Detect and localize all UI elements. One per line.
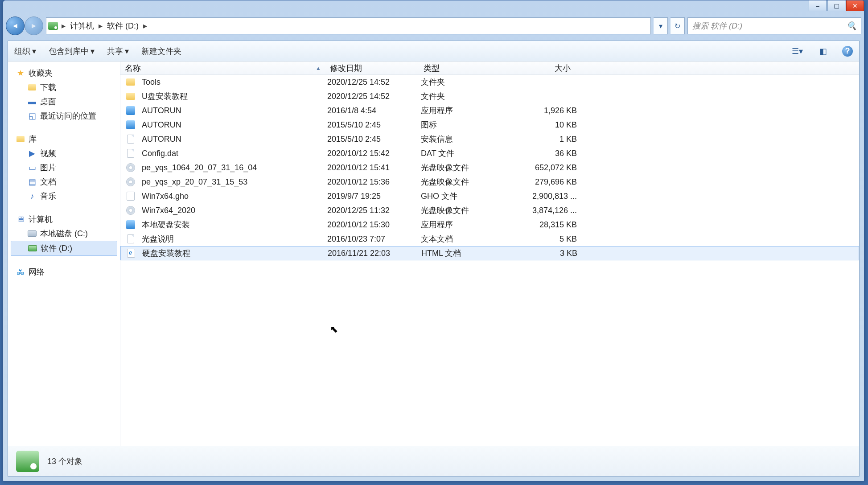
sidebar-libraries: 库 ▶视频 ▭图片 ▤文档 ♪音乐 [8,132,120,203]
pane-icon: ◧ [819,46,827,56]
sidebar-item-pictures[interactable]: ▭图片 [8,160,120,175]
help-button[interactable]: ? [842,46,853,57]
file-row[interactable]: pe_yqs_xp_20_07_31_15_532020/10/12 15:36… [120,175,859,189]
view-mode-button[interactable]: ☰ ▾ [790,45,804,58]
column-headers: 名称▲ 修改日期 类型 大小 [120,62,859,75]
file-name: pe_yqs_xp_20_07_31_15_53 [142,177,247,187]
libraries-label: 库 [29,134,37,144]
share-button[interactable]: 共享 ▾ [107,46,129,57]
document-icon: ▤ [28,178,37,186]
chevron-down-icon: ▾ [125,46,129,56]
drive-icon [28,230,37,237]
file-icon [126,234,136,244]
sidebar-network-head[interactable]: 🖧网络 [8,265,120,279]
file-row[interactable]: Config.dat2020/10/12 15:42DAT 文件36 KB [120,146,859,160]
refresh-button[interactable]: ↻ [671,17,685,34]
sidebar-item-documents[interactable]: ▤文档 [8,175,120,189]
file-size: 3 KB [515,249,577,258]
chevron-down-icon: ▾ [799,46,803,56]
include-label: 包含到库中 [49,46,89,57]
file-type: 安装信息 [421,134,514,144]
file-date: 2015/5/10 2:45 [327,120,421,130]
address-dropdown[interactable]: ▾ [654,17,668,34]
file-name: Tools [142,78,160,87]
library-icon [16,136,25,142]
chevron-down-icon: ▾ [659,22,662,30]
sidebar-item-videos[interactable]: ▶视频 [8,146,120,160]
column-type[interactable]: 类型 [419,63,513,74]
nav-buttons: ◄ ► [6,16,43,35]
network-label: 网络 [29,267,45,277]
nav-row: ◄ ► ▸ 计算机 ▸ 软件 (D:) ▸ ▾ ↻ 搜索 软件 (D:) 🔍 [6,16,861,36]
file-type: DAT 文件 [421,148,514,159]
column-date[interactable]: 修改日期 [325,63,419,74]
organize-button[interactable]: 组织 ▾ [14,46,36,57]
file-size: 1,926 KB [514,106,577,115]
sidebar-item-label: 图片 [40,162,56,173]
drive-icon [28,245,37,251]
file-name: AUTORUN [142,135,181,144]
breadcrumb-drive[interactable]: 软件 (D:) [104,20,141,32]
sidebar-item-recent[interactable]: ◱最近访问的位置 [8,109,120,123]
sidebar-favorites-head[interactable]: ★收藏夹 [8,66,120,80]
file-name: Config.dat [142,149,178,158]
sidebar-item-label: 视频 [40,148,56,159]
file-row[interactable]: pe_yqs_1064_20_07_31_16_042020/10/12 15:… [120,160,859,175]
preview-pane-button[interactable]: ◧ [816,45,830,58]
file-size: 652,072 KB [514,163,577,173]
maximize-button[interactable]: ▢ [827,0,845,11]
file-date: 2016/11/21 22:03 [328,249,421,258]
sidebar-item-desktop[interactable]: ▬桌面 [8,95,120,109]
file-row[interactable]: U盘安装教程2020/12/25 14:52文件夹 [120,89,859,103]
new-folder-button[interactable]: 新建文件夹 [141,46,181,57]
sidebar-item-drive-d[interactable]: 软件 (D:) [11,241,117,256]
file-type: 图标 [421,119,514,130]
file-row[interactable]: Tools2020/12/25 14:52文件夹 [120,75,859,89]
column-name-label: 名称 [125,63,141,74]
file-icon [126,220,136,230]
file-size: 2,900,813 ... [514,192,577,201]
file-row[interactable]: Win7x64_20202020/12/25 11:32光盘映像文件3,874,… [120,203,859,218]
address-bar[interactable]: ▸ 计算机 ▸ 软件 (D:) ▸ [46,17,651,34]
column-size[interactable]: 大小 [513,63,575,74]
arrow-right-icon: ► [30,22,37,30]
file-row[interactable]: AUTORUN2016/1/8 4:54应用程序1,926 KB [120,103,859,118]
video-icon: ▶ [28,149,37,157]
file-name: AUTORUN [142,120,181,130]
chevron-down-icon: ▾ [32,46,36,56]
refresh-icon: ↻ [675,22,680,30]
content-area: 组织 ▾ 包含到库中 ▾ 共享 ▾ 新建文件夹 ☰ ▾ ◧ ? ★收藏夹 下载 … [8,41,860,477]
sort-ascending-icon: ▲ [316,65,321,71]
close-button[interactable]: ✕ [846,0,864,11]
sidebar-item-drive-c[interactable]: 本地磁盘 (C:) [8,226,120,241]
file-row[interactable]: AUTORUN2015/5/10 2:45图标10 KB [120,118,859,132]
file-row[interactable]: Win7x64.gho2019/9/7 19:25GHO 文件2,900,813… [120,189,859,203]
sidebar-item-downloads[interactable]: 下载 [8,80,120,95]
drive-icon [48,22,58,30]
file-size: 5 KB [514,234,577,244]
forward-button[interactable]: ► [25,16,43,35]
sidebar-item-label: 音乐 [40,191,56,201]
file-icon [126,120,136,130]
sidebar-item-music[interactable]: ♪音乐 [8,189,120,203]
file-size: 1 KB [514,135,577,144]
breadcrumb-computer[interactable]: 计算机 [67,20,97,32]
file-row[interactable]: 本地硬盘安装2020/10/12 15:30应用程序28,315 KB [120,218,859,232]
file-row[interactable]: AUTORUN2015/5/10 2:45安装信息1 KB [120,132,859,146]
share-label: 共享 [107,46,123,57]
explorer-window: – ▢ ✕ ◄ ► ▸ 计算机 ▸ 软件 (D:) ▸ ▾ ↻ 搜索 软件 (D… [3,0,864,481]
file-row[interactable]: 光盘说明2016/10/23 7:07文本文档5 KB [120,232,859,246]
search-icon: 🔍 [847,21,856,31]
sidebar-network: 🖧网络 [8,265,120,279]
search-input[interactable]: 搜索 软件 (D:) 🔍 [687,17,861,34]
file-row[interactable]: 硬盘安装教程2016/11/21 22:03HTML 文档3 KB [120,246,859,260]
file-name: AUTORUN [142,106,181,115]
drive-large-icon [16,451,39,472]
sidebar-libraries-head[interactable]: 库 [8,132,120,146]
column-name[interactable]: 名称▲ [120,63,325,74]
sidebar-computer-head[interactable]: 🖥计算机 [8,212,120,226]
include-library-button[interactable]: 包含到库中 ▾ [49,46,95,57]
back-button[interactable]: ◄ [6,16,25,35]
file-type: 文件夹 [421,77,514,87]
minimize-button[interactable]: – [809,0,827,11]
